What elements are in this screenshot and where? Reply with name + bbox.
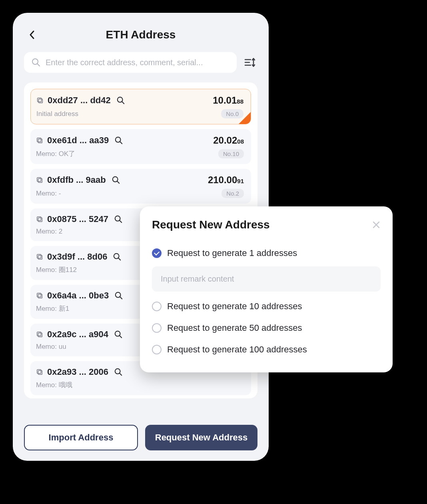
radio-checked-icon[interactable]	[152, 248, 162, 258]
chevron-left-icon	[29, 30, 35, 40]
bottom-buttons: Import Address Request New Address	[24, 425, 257, 450]
address-text: 0x0875 ... 5247	[47, 214, 108, 224]
search-input[interactable]	[46, 58, 229, 67]
address-row-meta: Memo: -No.2	[36, 189, 244, 198]
address-row-meta: Memo: 哦哦	[36, 380, 244, 390]
svg-rect-6	[38, 99, 42, 103]
svg-rect-30	[38, 333, 42, 337]
svg-rect-18	[38, 218, 42, 222]
generate-option-label: Request to generate 50 addresses	[167, 323, 302, 333]
page-title: ETH Address	[106, 28, 176, 41]
search-box[interactable]	[24, 52, 237, 73]
generate-option[interactable]: Request to generate 50 addresses	[152, 317, 381, 339]
request-new-address-modal: Request New Address Request to generate …	[140, 206, 393, 372]
magnify-icon[interactable]	[114, 368, 123, 376]
memo: Memo: OK了	[36, 149, 75, 158]
address-row-main: 0xdd27 ... dd4210.0188	[36, 95, 243, 106]
address-left: 0xe61d ... aa39	[36, 135, 123, 146]
svg-line-37	[120, 373, 122, 376]
magnify-icon[interactable]	[114, 215, 123, 224]
copy-icon[interactable]	[36, 216, 43, 223]
copy-icon[interactable]	[36, 253, 43, 260]
svg-line-1	[37, 64, 40, 66]
svg-rect-14	[38, 178, 42, 182]
address-text: 0xfdfb ... 9aab	[47, 175, 106, 185]
memo: Memo: 2	[36, 228, 62, 236]
svg-rect-10	[38, 139, 42, 143]
address-text: 0xdd27 ... dd42	[48, 95, 111, 106]
memo: Initial address	[36, 110, 78, 118]
radio-icon[interactable]	[152, 302, 162, 311]
magnify-icon[interactable]	[116, 96, 125, 105]
address-text: 0x3d9f ... 8d06	[47, 252, 107, 262]
modal-title: Request New Address	[152, 218, 270, 231]
address-item[interactable]: 0xe61d ... aa3920.0208Memo: OK了No.10	[30, 129, 251, 164]
svg-rect-31	[37, 332, 41, 336]
balance: 210.0091	[208, 174, 244, 186]
svg-line-33	[120, 336, 122, 338]
copy-icon[interactable]	[36, 368, 43, 376]
svg-rect-22	[38, 255, 42, 259]
import-address-button[interactable]: Import Address	[24, 425, 138, 450]
address-item[interactable]: 0xfdfb ... 9aab210.0091Memo: -No.2	[30, 169, 251, 204]
radio-icon[interactable]	[152, 345, 162, 354]
search-icon	[31, 58, 41, 67]
magnify-icon[interactable]	[114, 136, 123, 145]
memo: Memo: uu	[36, 343, 66, 351]
svg-rect-34	[38, 370, 42, 374]
serial-badge: No.10	[218, 149, 244, 158]
generate-option[interactable]: Request to generate 1 addresses	[152, 242, 381, 264]
generate-option-label: Request to generate 100 addresses	[167, 344, 307, 355]
svg-rect-11	[37, 138, 41, 142]
generate-option-label: Request to generate 1 addresses	[167, 248, 297, 258]
copy-icon[interactable]	[36, 292, 43, 299]
copy-icon[interactable]	[36, 331, 43, 338]
address-left: 0x2a93 ... 2006	[36, 367, 123, 377]
radio-icon[interactable]	[152, 323, 162, 333]
memo: Memo: 圈112	[36, 265, 77, 274]
magnify-icon[interactable]	[113, 252, 122, 261]
memo: Memo: -	[36, 190, 61, 198]
magnify-icon[interactable]	[114, 291, 123, 300]
memo: Memo: 新1	[36, 304, 69, 313]
svg-line-17	[117, 181, 119, 184]
address-left: 0x3d9f ... 8d06	[36, 252, 122, 262]
sort-icon	[244, 56, 256, 68]
generate-option[interactable]: Request to generate 100 addresses	[152, 339, 381, 360]
address-item[interactable]: 0xdd27 ... dd4210.0188Initial addressNo.…	[30, 89, 251, 124]
address-text: 0x6a4a ... 0be3	[47, 290, 109, 301]
address-text: 0x2a9c ... a904	[47, 329, 108, 340]
request-new-address-button[interactable]: Request New Address	[145, 425, 257, 450]
selected-corner-icon	[239, 112, 251, 124]
remark-input[interactable]	[152, 266, 381, 292]
address-left: 0x2a9c ... a904	[36, 329, 123, 340]
copy-icon[interactable]	[36, 176, 43, 184]
sort-button[interactable]	[242, 55, 257, 70]
copy-icon[interactable]	[36, 97, 44, 104]
back-button[interactable]	[26, 29, 38, 40]
svg-rect-7	[38, 98, 42, 102]
search-row	[24, 52, 257, 73]
magnify-icon[interactable]	[112, 176, 120, 184]
serial-badge: No.2	[221, 189, 244, 198]
svg-rect-26	[38, 294, 42, 298]
magnify-icon[interactable]	[114, 330, 123, 339]
svg-rect-15	[37, 178, 41, 182]
svg-line-9	[122, 102, 124, 104]
address-left: 0x0875 ... 5247	[36, 214, 123, 224]
header: ETH Address	[24, 25, 257, 45]
svg-rect-27	[37, 293, 41, 297]
close-icon[interactable]	[372, 220, 381, 229]
balance: 10.0188	[213, 95, 243, 106]
address-row-main: 0xe61d ... aa3920.0208	[36, 135, 244, 146]
memo: Memo: 哦哦	[36, 380, 72, 390]
address-row-meta: Initial addressNo.0	[36, 109, 243, 118]
modal-header: Request New Address	[152, 218, 381, 231]
address-left: 0xdd27 ... dd42	[36, 95, 125, 106]
modal-options: Request to generate 1 addressesRequest t…	[152, 242, 381, 360]
generate-option[interactable]: Request to generate 10 addresses	[152, 296, 381, 317]
svg-line-13	[120, 142, 122, 144]
copy-icon[interactable]	[36, 137, 43, 144]
address-row-meta: Memo: OK了No.10	[36, 149, 244, 158]
svg-line-25	[118, 258, 121, 260]
